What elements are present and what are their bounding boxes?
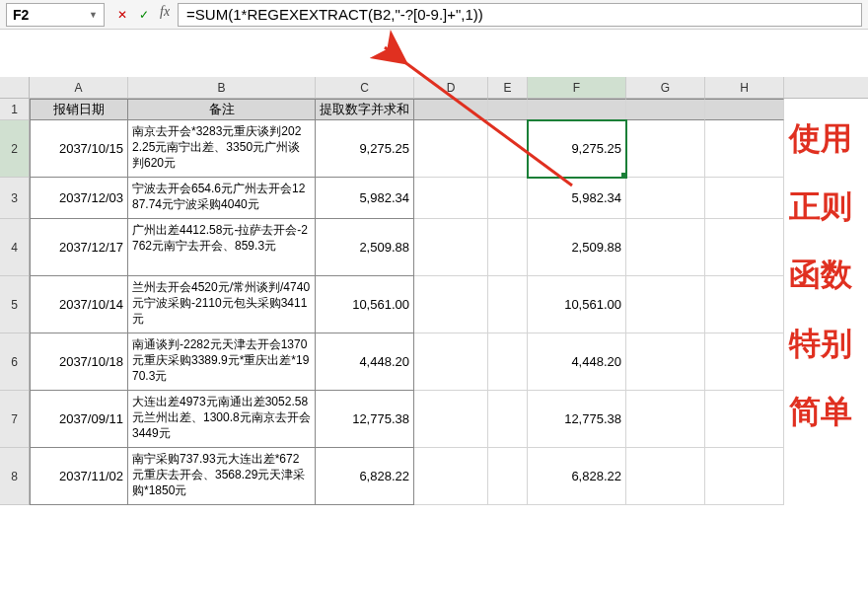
table-row: 2037/12/03宁波去开会654.6元广州去开会1287.74元宁波采购40… [30,178,868,219]
cell[interactable] [626,448,705,505]
cell[interactable] [705,448,784,505]
row-header[interactable]: 4 [0,219,29,276]
side-annotation: 使用正则函数特别简单 [781,113,860,455]
row-headers: 12345678 [0,99,30,505]
cell-date[interactable]: 2037/11/02 [30,448,128,505]
cell-sum[interactable]: 12,775.38 [316,391,414,448]
cell[interactable] [626,391,705,448]
cell[interactable] [414,448,488,505]
cell-date[interactable]: 2037/09/11 [30,391,128,448]
cell[interactable] [414,276,488,333]
row-header[interactable]: 5 [0,276,29,333]
cell-result[interactable]: 2,509.88 [528,219,626,276]
header-note[interactable]: 备注 [128,99,316,120]
col-header-e[interactable]: E [488,77,528,98]
cell[interactable] [705,99,784,120]
cell[interactable] [705,120,784,178]
cell[interactable] [626,333,705,391]
col-header-b[interactable]: B [128,77,316,98]
cancel-icon[interactable]: ✕ [112,4,132,26]
cell[interactable] [414,120,488,178]
cell-note[interactable]: 南京去开会*3283元重庆谈判2022.25元南宁出差、3350元广州谈判620… [128,120,316,178]
name-box[interactable]: F2 ▼ [6,3,105,27]
cell[interactable] [414,219,488,276]
cell-result[interactable]: 6,828.22 [528,448,626,505]
row-header[interactable]: 1 [0,99,29,120]
cell[interactable] [705,276,784,333]
cell-date[interactable]: 2037/12/03 [30,178,128,219]
cell[interactable] [705,391,784,448]
cell-sum[interactable]: 10,561.00 [316,276,414,333]
cell-note[interactable]: 南通谈判-2282元天津去开会1370元重庆采购3389.9元*重庆出差*197… [128,333,316,391]
formula-bar-row: F2 ▼ ✕ ✓ fx =SUM(1*REGEXEXTRACT(B2,"-?[0… [0,0,868,30]
cell-result[interactable]: 4,448.20 [528,333,626,391]
cell[interactable] [414,178,488,219]
cell-note[interactable]: 南宁采购737.93元大连出差*672元重庆去开会、3568.29元天津采购*1… [128,448,316,505]
cell-result[interactable]: 10,561.00 [528,276,626,333]
row-header[interactable]: 6 [0,333,29,391]
cell[interactable] [626,120,705,178]
cell[interactable] [705,219,784,276]
cell-note[interactable]: 兰州去开会4520元/常州谈判/4740元宁波采购-2110元包头采购3411元 [128,276,316,333]
cell[interactable] [488,99,528,120]
cell[interactable] [488,120,528,178]
header-date[interactable]: 报销日期 [30,99,128,120]
cells-area: 报销日期 备注 提取数字并求和 2037/10/15南京去开会*3283元重庆谈… [30,99,868,505]
row-header[interactable]: 2 [0,120,29,178]
annotation-line: 特别 [781,319,860,369]
cell-result[interactable]: 12,775.38 [528,391,626,448]
chevron-down-icon[interactable]: ▼ [89,10,98,20]
col-header-c[interactable]: C [316,77,414,98]
col-header-a[interactable]: A [30,77,128,98]
cell-note[interactable]: 大连出差4973元南通出差3052.58元兰州出差、1300.8元南京去开会34… [128,391,316,448]
cell[interactable] [488,333,528,391]
cell-result[interactable]: 5,982.34 [528,178,626,219]
header-sum[interactable]: 提取数字并求和 [316,99,414,120]
cell-date[interactable]: 2037/12/17 [30,219,128,276]
col-header-f[interactable]: F [528,77,626,98]
select-all-corner[interactable] [0,77,30,99]
cell[interactable] [488,276,528,333]
cell-date[interactable]: 2037/10/14 [30,276,128,333]
col-header-g[interactable]: G [626,77,705,98]
cell-date[interactable]: 2037/10/18 [30,333,128,391]
row-header[interactable]: 3 [0,178,29,219]
cell-note[interactable]: 宁波去开会654.6元广州去开会1287.74元宁波采购4040元 [128,178,316,219]
cell[interactable] [528,99,626,120]
cell[interactable] [488,391,528,448]
table-row: 2037/10/15南京去开会*3283元重庆谈判2022.25元南宁出差、33… [30,120,868,178]
formula-text: =SUM(1*REGEXEXTRACT(B2,"-?[0-9.]+",1)) [186,6,483,23]
annotation-line: 使用 [781,113,860,164]
cell-sum[interactable]: 2,509.88 [316,219,414,276]
cell-note[interactable]: 广州出差4412.58元-拉萨去开会-2762元南宁去开会、859.3元 [128,219,316,276]
table-row: 2037/10/18南通谈判-2282元天津去开会1370元重庆采购3389.9… [30,333,868,391]
row-header[interactable]: 8 [0,448,29,505]
cell-sum[interactable]: 9,275.25 [316,120,414,178]
formula-buttons: ✕ ✓ fx [112,4,174,26]
table-header-row: 报销日期 备注 提取数字并求和 [30,99,868,120]
cell-date[interactable]: 2037/10/15 [30,120,128,178]
row-header[interactable]: 7 [0,391,29,448]
col-header-h[interactable]: H [705,77,784,98]
cell[interactable] [626,178,705,219]
cell[interactable] [705,178,784,219]
cell[interactable] [414,391,488,448]
cell-sum[interactable]: 4,448.20 [316,333,414,391]
formula-input[interactable]: =SUM(1*REGEXEXTRACT(B2,"-?[0-9.]+",1)) [178,3,862,27]
cell-result[interactable]: 9,275.25 [528,120,626,178]
cell-sum[interactable]: 5,982.34 [316,178,414,219]
cell-sum[interactable]: 6,828.22 [316,448,414,505]
cell[interactable] [488,178,528,219]
confirm-icon[interactable]: ✓ [134,4,154,26]
cell[interactable] [705,333,784,391]
cell[interactable] [626,99,705,120]
cell[interactable] [488,219,528,276]
annotation-line: 简单 [781,387,860,437]
fx-icon[interactable]: fx [160,4,170,26]
col-header-d[interactable]: D [414,77,488,98]
cell[interactable] [414,333,488,391]
cell[interactable] [626,276,705,333]
cell[interactable] [488,448,528,505]
cell[interactable] [626,219,705,276]
cell[interactable] [414,99,488,120]
